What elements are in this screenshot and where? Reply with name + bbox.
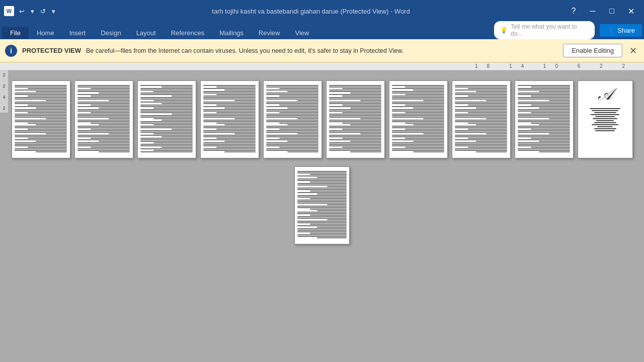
calligraphy-art: 𝒜 (598, 86, 612, 102)
tab-references[interactable]: References (164, 27, 211, 39)
doc-page-4 (200, 80, 259, 158)
doc-page-10: 𝒜 (578, 80, 633, 158)
doc-page-8 (452, 80, 511, 158)
left-sidebar: 2 2 4 2 (0, 70, 8, 113)
undo-button[interactable]: ↩ (17, 7, 27, 16)
redo-button[interactable]: ↺ (38, 7, 48, 16)
tab-mailings[interactable]: Mailings (212, 27, 251, 39)
tab-layout[interactable]: Layout (129, 27, 163, 39)
doc-page-2 (74, 80, 133, 158)
page-content-1 (15, 85, 67, 154)
close-button[interactable]: ✕ (622, 3, 640, 19)
minimize-button[interactable]: ─ (584, 3, 602, 19)
title-bar-left: W ↩ ▾ ↺ ▾ (4, 6, 57, 16)
ribbon-search-area: 💡 Tell me what you want to do... 👤 Share (494, 21, 642, 39)
customize-dropdown[interactable]: ▾ (50, 7, 57, 16)
doc-page-6 (326, 80, 385, 158)
share-button[interactable]: 👤 Share (600, 24, 642, 37)
help-button[interactable]: ? (565, 3, 583, 19)
page-row-1: 𝒜 (12, 80, 633, 158)
title-bar: W ↩ ▾ ↺ ▾ tarh tojihi kasht va basteband… (0, 0, 644, 22)
ruler: 18 14 10 6 2 2 (0, 62, 644, 70)
doc-page-11 (294, 166, 350, 244)
protected-view-bar: i PROTECTED VIEW Be careful—files from t… (0, 39, 644, 62)
protected-view-icon: i (5, 45, 17, 57)
tab-file[interactable]: File (2, 27, 29, 39)
page-row-2 (294, 166, 350, 244)
protected-view-close[interactable]: ✕ (627, 45, 639, 56)
window-title: tarh tojihi kasht va bastebandi giahan d… (57, 8, 565, 15)
ruler-markers: 18 14 10 6 2 2 (475, 63, 634, 69)
doc-page-3 (137, 80, 196, 158)
tab-review[interactable]: Review (252, 27, 287, 39)
undo-dropdown[interactable]: ▾ (29, 7, 36, 16)
tab-insert[interactable]: Insert (62, 27, 93, 39)
document-area: 𝒜 (0, 70, 644, 362)
doc-page-5 (263, 80, 322, 158)
share-icon: 👤 (607, 27, 615, 34)
doc-page-9 (515, 80, 574, 158)
maximize-button[interactable]: □ (603, 3, 621, 19)
quick-access-toolbar: ↩ ▾ ↺ ▾ (17, 7, 57, 16)
search-placeholder: Tell me what you want to do... (511, 23, 589, 37)
tab-home[interactable]: Home (30, 27, 61, 39)
protected-view-label: PROTECTED VIEW (22, 47, 81, 54)
doc-page-7 (389, 80, 448, 158)
search-box[interactable]: 💡 Tell me what you want to do... (494, 21, 595, 39)
ribbon-tabs: File Home Insert Design Layout Reference… (0, 22, 644, 39)
window-controls: ? ─ □ ✕ (565, 3, 640, 19)
lightbulb-icon: 💡 (500, 27, 508, 34)
app-icon: W (4, 6, 14, 16)
tab-design[interactable]: Design (94, 27, 128, 39)
enable-editing-button[interactable]: Enable Editing (563, 44, 622, 57)
tab-view[interactable]: View (288, 27, 316, 39)
protected-view-message: Be careful—files from the Internet can c… (86, 47, 558, 54)
share-label: Share (617, 27, 635, 34)
doc-page-1 (12, 80, 70, 158)
app-window: W ↩ ▾ ↺ ▾ tarh tojihi kasht va basteband… (0, 0, 644, 362)
